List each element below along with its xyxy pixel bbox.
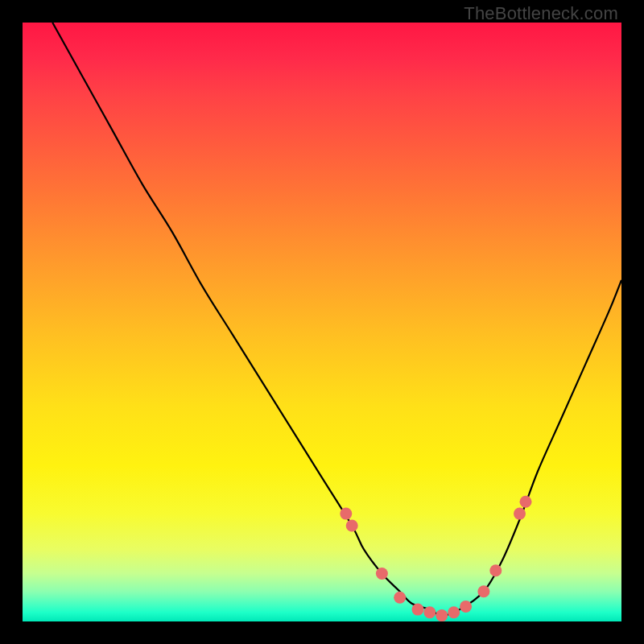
data-marker — [514, 508, 526, 520]
data-marker — [423, 606, 436, 618]
data-marker — [346, 520, 358, 532]
data-marker — [448, 606, 460, 618]
data-marker — [376, 568, 388, 580]
data-marker — [489, 564, 502, 576]
chart-frame — [23, 23, 621, 621]
watermark-text: TheBottleneck.com — [464, 3, 618, 24]
data-marker — [340, 508, 352, 520]
data-marker — [412, 604, 424, 616]
data-marker — [460, 601, 472, 613]
data-marker — [436, 609, 448, 621]
chart-svg — [23, 23, 621, 621]
data-marker — [394, 592, 406, 604]
bottleneck-curve — [52, 23, 621, 616]
data-marker — [520, 496, 532, 508]
data-marker — [477, 585, 489, 597]
